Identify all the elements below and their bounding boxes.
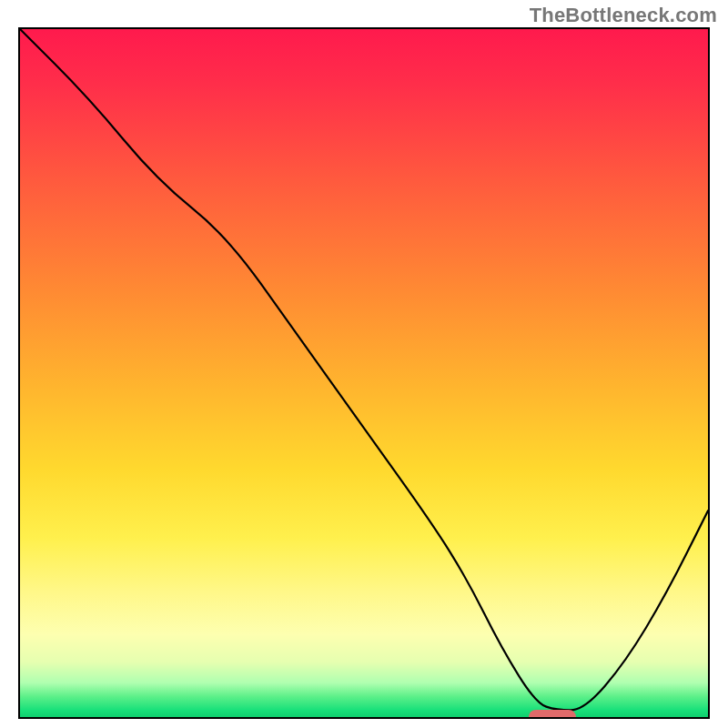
bottleneck-curve-path: [20, 29, 708, 710]
watermark-text: TheBottleneck.com: [530, 4, 717, 27]
optimal-marker: [529, 710, 576, 719]
chart-container: TheBottleneck.com: [0, 0, 728, 728]
plot-frame: [18, 27, 710, 719]
curve-svg: [20, 29, 708, 717]
